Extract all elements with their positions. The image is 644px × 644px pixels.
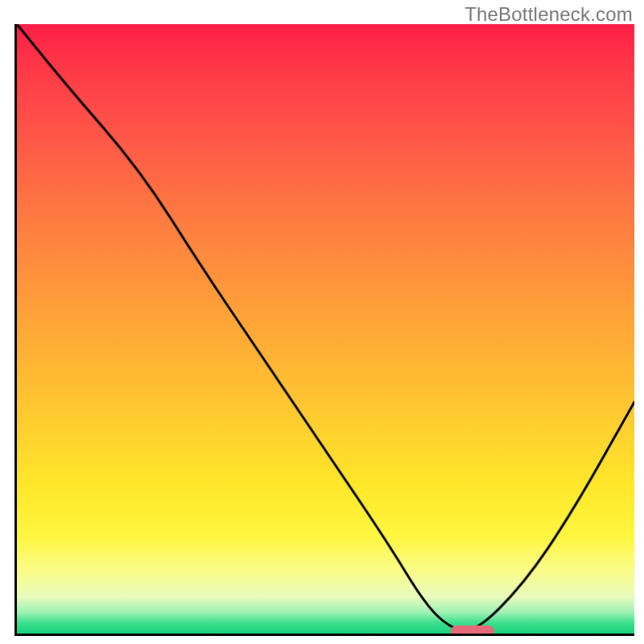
plot-area [14, 24, 634, 636]
chart-container: TheBottleneck.com [0, 0, 644, 644]
watermark-text: TheBottleneck.com [464, 3, 633, 26]
bottleneck-curve [17, 24, 634, 634]
optimal-marker [451, 625, 494, 636]
